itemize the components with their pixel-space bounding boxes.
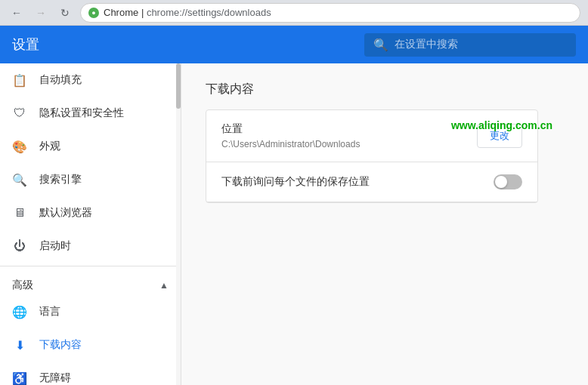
sidebar-item-search[interactable]: 🔍 搜索引擎 — [0, 163, 181, 196]
sidebar-label-default-browser: 默认浏览器 — [39, 206, 92, 220]
default-browser-icon: 🖥 — [12, 205, 27, 220]
language-icon: 🌐 — [12, 304, 27, 319]
sidebar-item-language[interactable]: 🌐 语言 — [0, 295, 181, 328]
sidebar-label-autofill: 自动填充 — [39, 73, 82, 87]
search-engine-icon: 🔍 — [12, 172, 27, 187]
sidebar-label-downloads: 下载内容 — [39, 338, 82, 352]
location-row: 位置 C:\Users\Administrator\Downloads 更改 — [206, 110, 537, 162]
appearance-icon: 🎨 — [12, 139, 27, 154]
address-bar[interactable]: ● Chrome | chrome://settings/downloads — [80, 3, 580, 23]
sidebar-item-accessibility[interactable]: ♿ 无障碍 — [0, 362, 181, 385]
reload-button[interactable]: ↻ — [56, 4, 74, 22]
sidebar-divider — [0, 266, 181, 266]
sidebar-label-accessibility: 无障碍 — [39, 371, 71, 385]
settings-container: 设置 🔍 在设置中搜索 📋 自动填充 🛡 隐私设置和安全性 🎨 外观 🔍 — [0, 26, 588, 385]
settings-title: 设置 — [12, 35, 39, 54]
ask-row: 下载前询问每个文件的保存位置 — [206, 162, 537, 202]
browser-titlebar: ← → ↻ ● Chrome | chrome://settings/downl… — [0, 0, 588, 26]
ask-toggle[interactable] — [494, 174, 522, 189]
downloads-card: 位置 C:\Users\Administrator\Downloads 更改 下… — [206, 109, 538, 203]
ask-label: 下载前询问每个文件的保存位置 — [221, 175, 370, 189]
sidebar-label-appearance: 外观 — [39, 140, 60, 153]
sidebar-item-downloads[interactable]: ⬇ 下载内容 — [0, 328, 181, 362]
toggle-thumb — [495, 176, 507, 188]
location-label: 位置 — [221, 122, 360, 136]
sidebar-item-autofill[interactable]: 📋 自动填充 — [0, 63, 181, 97]
startup-icon: ⏻ — [12, 239, 27, 254]
privacy-icon: 🛡 — [12, 106, 27, 121]
location-value: C:\Users\Administrator\Downloads — [221, 139, 360, 149]
sidebar-scrollbar[interactable] — [176, 63, 181, 385]
sidebar-label-search: 搜索引擎 — [39, 173, 82, 186]
section-title: 下载内容 — [206, 82, 564, 97]
advanced-collapse-icon: ▲ — [159, 280, 169, 291]
location-info: 位置 C:\Users\Administrator\Downloads — [221, 122, 360, 149]
advanced-section-header[interactable]: 高级 ▲ — [0, 270, 181, 295]
autofill-icon: 📋 — [12, 72, 27, 88]
main-content: 下载内容 位置 C:\Users\Administrator\Downloads… — [181, 63, 588, 385]
advanced-section-label: 高级 — [12, 279, 33, 292]
sidebar-item-privacy[interactable]: 🛡 隐私设置和安全性 — [0, 97, 181, 130]
sidebar-label-startup: 启动时 — [39, 239, 71, 253]
search-box[interactable]: 🔍 在设置中搜索 — [364, 33, 576, 57]
search-icon: 🔍 — [373, 38, 388, 52]
forward-button[interactable]: → — [32, 4, 50, 22]
sidebar-item-startup[interactable]: ⏻ 启动时 — [0, 229, 181, 263]
sidebar-label-privacy: 隐私设置和安全性 — [39, 106, 124, 120]
downloads-icon: ⬇ — [12, 337, 27, 353]
back-button[interactable]: ← — [8, 4, 26, 22]
sidebar-label-language: 语言 — [39, 305, 60, 319]
watermark: www.aliqing.com.cn — [451, 119, 552, 131]
scrollbar-thumb — [176, 63, 181, 109]
sidebar-item-appearance[interactable]: 🎨 外观 — [0, 130, 181, 163]
sidebar: 📋 自动填充 🛡 隐私设置和安全性 🎨 外观 🔍 搜索引擎 🖥 默认浏览器 ⏻ — [0, 63, 181, 385]
brand-name: Chrome — [104, 7, 138, 18]
address-text: Chrome | chrome://settings/downloads — [104, 7, 271, 18]
settings-header: 设置 🔍 在设置中搜索 — [0, 26, 588, 63]
address-separator: | — [141, 7, 147, 18]
sidebar-item-default-browser[interactable]: 🖥 默认浏览器 — [0, 196, 181, 229]
search-placeholder: 在设置中搜索 — [395, 38, 458, 51]
accessibility-icon: ♿ — [12, 371, 27, 385]
settings-body: 📋 自动填充 🛡 隐私设置和安全性 🎨 外观 🔍 搜索引擎 🖥 默认浏览器 ⏻ — [0, 63, 588, 385]
address-url: chrome://settings/downloads — [147, 7, 271, 18]
site-icon: ● — [88, 8, 99, 18]
